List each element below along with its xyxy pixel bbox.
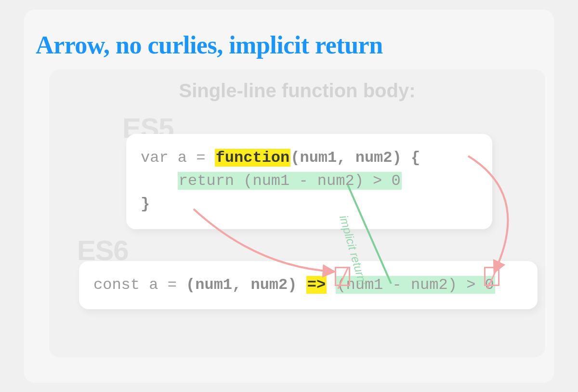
- keyword-function: function: [215, 149, 291, 167]
- slide-title: Arrow, no curlies, implicit return: [36, 31, 383, 59]
- subtitle: Single-line function body:: [49, 80, 545, 102]
- es5-line-3: }: [141, 193, 478, 216]
- removed-placeholder-2: [484, 267, 499, 286]
- code-text: (num1, num2) {: [290, 149, 420, 167]
- code-box-es5: var a = function(num1, num2) { return (n…: [126, 134, 492, 229]
- es6-line-1: const a = (num1, num2) => (num1 - num2) …: [93, 274, 523, 297]
- code-text: var a =: [141, 149, 215, 167]
- code-text: const a =: [93, 276, 186, 294]
- code-box-es6: const a = (num1, num2) => (num1 - num2) …: [79, 261, 538, 309]
- content-card: Single-line function body: ES5 ES6 var a…: [49, 69, 545, 357]
- slide-card: Arrow, no curlies, implicit return Singl…: [24, 10, 554, 383]
- arrow-params: (num1, num2): [186, 276, 297, 294]
- arrow-operator: =>: [306, 276, 327, 294]
- es5-line-1: var a = function(num1, num2) {: [141, 146, 478, 170]
- code-indent: [141, 172, 178, 190]
- return-expression: return (num1 - num2) > 0: [178, 172, 402, 190]
- removed-placeholder-1: [335, 267, 350, 286]
- es5-line-2: return (num1 - num2) > 0: [141, 170, 478, 193]
- space: [297, 276, 306, 294]
